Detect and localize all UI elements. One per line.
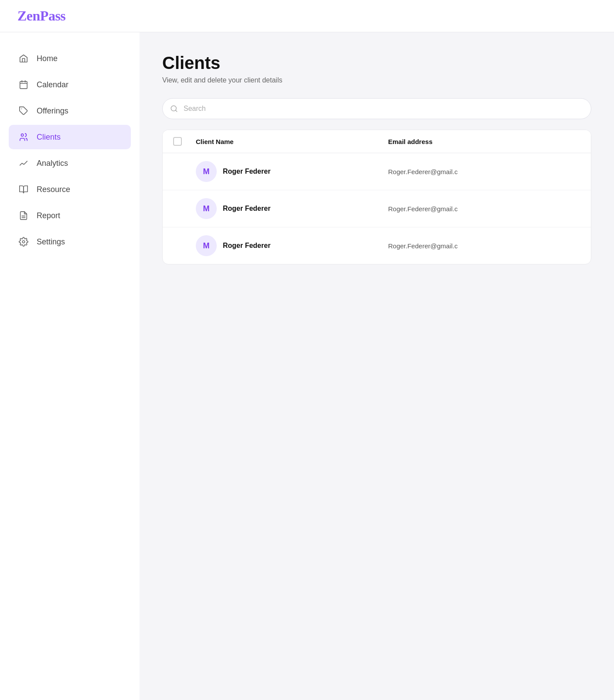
search-input[interactable]	[162, 98, 591, 119]
analytics-icon	[17, 157, 30, 169]
select-all-checkbox[interactable]	[173, 137, 182, 146]
avatar: M	[196, 235, 217, 256]
main-content: Clients View, edit and delete your clien…	[140, 32, 614, 700]
col-header-name: Client Name	[196, 138, 388, 145]
sidebar-item-offerings-label: Offerings	[37, 106, 68, 116]
sidebar-item-home[interactable]: Home	[9, 46, 131, 71]
client-email: Roger.Federer@gmail.c	[388, 242, 580, 250]
search-wrapper	[162, 98, 591, 119]
select-all-checkbox-wrap[interactable]	[173, 137, 196, 146]
resource-icon	[17, 183, 30, 196]
tag-icon	[17, 105, 30, 117]
sidebar-item-report[interactable]: Report	[9, 203, 131, 228]
client-info: M Roger Federer	[196, 235, 388, 256]
client-email: Roger.Federer@gmail.c	[388, 205, 580, 213]
logo: ZenPass	[17, 8, 65, 24]
table-header: Client Name Email address	[163, 130, 591, 153]
sidebar-item-offerings[interactable]: Offerings	[9, 99, 131, 123]
clients-table: Client Name Email address M Roger Federe…	[162, 130, 591, 264]
report-icon	[17, 209, 30, 222]
sidebar-item-resource-label: Resource	[37, 185, 70, 194]
main-layout: Home Calendar Offerings	[0, 32, 614, 700]
client-email: Roger.Federer@gmail.c	[388, 168, 580, 175]
table-row[interactable]: M Roger Federer Roger.Federer@gmail.c	[163, 190, 591, 227]
client-info: M Roger Federer	[196, 161, 388, 182]
client-info: M Roger Federer	[196, 198, 388, 219]
page-title: Clients	[162, 53, 591, 73]
svg-point-5	[21, 134, 24, 137]
client-name: Roger Federer	[223, 168, 270, 175]
svg-point-8	[22, 240, 25, 243]
sidebar-item-analytics-label: Analytics	[37, 159, 68, 168]
page-subtitle: View, edit and delete your client detail…	[162, 76, 591, 84]
svg-line-10	[175, 110, 177, 111]
avatar: M	[196, 161, 217, 182]
home-icon	[17, 52, 30, 65]
col-header-email: Email address	[388, 138, 580, 145]
sidebar-item-calendar-label: Calendar	[37, 80, 68, 89]
header: ZenPass	[0, 0, 614, 32]
sidebar-item-clients-label: Clients	[37, 133, 61, 142]
svg-rect-0	[20, 82, 27, 89]
sidebar: Home Calendar Offerings	[0, 32, 140, 700]
sidebar-item-settings-label: Settings	[37, 237, 65, 247]
sidebar-item-calendar[interactable]: Calendar	[9, 72, 131, 97]
search-icon	[170, 105, 178, 113]
sidebar-item-resource[interactable]: Resource	[9, 177, 131, 202]
sidebar-item-settings[interactable]: Settings	[9, 230, 131, 254]
avatar: M	[196, 198, 217, 219]
sidebar-item-clients[interactable]: Clients	[9, 125, 131, 149]
settings-icon	[17, 236, 30, 248]
sidebar-item-report-label: Report	[37, 211, 60, 220]
calendar-icon	[17, 79, 30, 91]
client-name: Roger Federer	[223, 242, 270, 250]
table-row[interactable]: M Roger Federer Roger.Federer@gmail.c	[163, 227, 591, 264]
client-name: Roger Federer	[223, 205, 270, 213]
table-row[interactable]: M Roger Federer Roger.Federer@gmail.c	[163, 153, 591, 190]
sidebar-item-home-label: Home	[37, 54, 58, 63]
clients-icon	[17, 131, 30, 143]
sidebar-item-analytics[interactable]: Analytics	[9, 151, 131, 175]
